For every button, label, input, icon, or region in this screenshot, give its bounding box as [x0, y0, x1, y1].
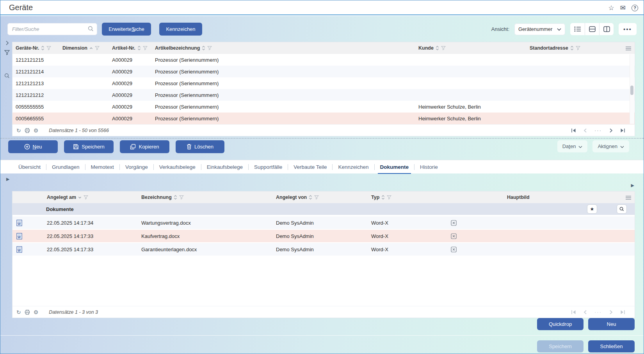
filter-icon[interactable] [179, 195, 184, 200]
filter-icon[interactable] [46, 46, 51, 50]
page-ellipsis[interactable]: ··· [594, 129, 602, 132]
close-button[interactable]: Schließen [588, 340, 635, 352]
device-row[interactable]: 1212121215A000029Prozessor (Seriennummer… [12, 54, 635, 66]
last-page-icon[interactable] [620, 310, 625, 315]
print-icon[interactable] [25, 309, 30, 315]
documents-group-row[interactable]: Dokumente ★ [12, 203, 635, 215]
help-icon[interactable]: ? [632, 5, 638, 11]
sort-icon[interactable] [89, 45, 93, 51]
vertical-split-view-icon[interactable] [599, 23, 614, 35]
filter-icon[interactable] [143, 46, 148, 50]
aktionen-menu-button[interactable]: Aktionen [592, 140, 629, 152]
tab-kennzeichen[interactable]: Kennzeichen [333, 160, 374, 174]
tab-dokumente[interactable]: Dokumente [375, 160, 415, 174]
column-header-kunde[interactable]: Kunde [415, 42, 527, 54]
column-header-dimension[interactable]: Dimension [59, 42, 109, 54]
sort-icon[interactable] [174, 195, 177, 200]
sort-icon[interactable] [436, 45, 439, 51]
document-row[interactable]: W22.05.2025 14:17:34Wartungsvertrag.docx… [12, 216, 635, 230]
document-row[interactable]: W22.05.2025 14:17:33Garantieunterlagen.d… [12, 243, 635, 256]
scrollbar-track[interactable] [630, 54, 634, 124]
tab-historie[interactable]: Historie [415, 160, 443, 174]
refresh-icon[interactable]: ↻ [16, 309, 21, 315]
settings-gear-icon[interactable]: ⚙ [34, 309, 39, 315]
previous-page-icon[interactable] [583, 310, 588, 315]
next-page-icon[interactable] [608, 128, 614, 133]
daten-menu-button[interactable]: Daten [557, 140, 588, 152]
print-icon[interactable] [25, 128, 30, 133]
column-header-angelegt-von[interactable]: Angelegt von [273, 191, 368, 203]
delete-button[interactable]: Löschen [176, 140, 224, 153]
first-page-icon[interactable] [571, 128, 576, 133]
filter-icon[interactable] [314, 195, 319, 200]
column-header-artikel-nr[interactable]: Artikel-Nr. [109, 42, 152, 54]
more-options-button[interactable]: ••• [619, 23, 637, 35]
tab-verbaute-teile[interactable]: Verbaute Teile [288, 160, 332, 174]
refresh-icon[interactable]: ↻ [16, 128, 21, 133]
settings-gear-icon[interactable]: ⚙ [34, 128, 39, 133]
main-image-checkbox-icon[interactable] [451, 220, 457, 226]
sort-icon[interactable] [137, 45, 141, 51]
column-menu-icon[interactable] [625, 45, 632, 52]
page-ellipsis[interactable]: ··· [594, 311, 602, 313]
mail-envelope-icon[interactable]: ✉ [620, 5, 626, 11]
tab-memotext[interactable]: Memotext [85, 160, 119, 174]
tab-einkaufsbelege[interactable]: Einkaufsbelege [201, 160, 248, 174]
expand-right-icon[interactable]: ▶ [631, 183, 634, 188]
last-page-icon[interactable] [620, 128, 625, 133]
filter-rail-icon[interactable] [4, 50, 10, 57]
expand-panel-icon[interactable] [5, 40, 9, 47]
tab-verkaufsbelege[interactable]: Verkaufsbelege [154, 160, 201, 174]
next-page-icon[interactable] [608, 310, 614, 315]
view-select[interactable]: Gerätenummer [514, 23, 565, 35]
column-header-geräte-nr[interactable]: Geräte-Nr. [12, 42, 59, 54]
sort-icon[interactable] [309, 195, 312, 200]
filter-icon[interactable] [441, 46, 446, 50]
favorite-star-icon[interactable]: ☆ [608, 5, 614, 11]
column-header-standortadresse[interactable]: Standortadresse [527, 42, 635, 54]
device-row[interactable]: 0005665555A000029Prozessor (Seriennummer… [12, 113, 635, 124]
search-rail-icon[interactable] [4, 73, 10, 80]
quickdrop-button[interactable]: Quickdrop [537, 318, 584, 330]
expand-left-icon[interactable]: ▶ [6, 177, 9, 181]
main-image-checkbox-icon[interactable] [451, 233, 457, 239]
search-input[interactable] [7, 23, 97, 35]
filter-icon[interactable] [84, 195, 88, 200]
copy-button[interactable]: Kopieren [120, 140, 169, 153]
save-button[interactable]: Speichern [64, 140, 114, 153]
tab-vorgänge[interactable]: Vorgänge [120, 160, 153, 174]
device-row[interactable]: 1212121214A000029Prozessor (Seriennummer… [12, 66, 635, 77]
advanced-search-button[interactable]: Erweiterte Suche [102, 23, 151, 36]
kennzeichen-button[interactable]: Kennzeichen [159, 23, 202, 36]
device-row[interactable]: 1212121212A000029Prozessor (Seriennummer… [12, 89, 635, 101]
tab-supportfälle[interactable]: Supportfälle [249, 160, 288, 174]
column-menu-icon[interactable] [625, 195, 632, 202]
filter-icon[interactable] [95, 46, 100, 50]
sort-icon[interactable] [570, 45, 574, 51]
preview-search-button[interactable] [617, 204, 627, 214]
list-view-icon[interactable] [570, 23, 585, 35]
save-dialog-button[interactable]: Speichern [537, 340, 584, 352]
column-header-typ[interactable]: Typ [368, 191, 446, 203]
device-row[interactable]: 1212121213A000029Prozessor (Seriennummer… [12, 77, 635, 89]
column-header-bezeichnung[interactable]: Bezeichnung [138, 191, 273, 203]
column-header-artikelbezeichnung[interactable]: Artikelbezeichnung [152, 42, 415, 54]
sort-icon[interactable] [202, 45, 205, 51]
first-page-icon[interactable] [571, 310, 576, 315]
document-row[interactable]: W22.05.2025 14:17:33Kaufvertrag.docxDemo… [12, 230, 635, 243]
filter-icon[interactable] [576, 46, 580, 50]
main-image-star-button[interactable]: ★ [587, 204, 597, 214]
horizontal-split-view-icon[interactable] [585, 23, 599, 35]
new-document-button[interactable]: Neu [588, 318, 635, 330]
filter-icon[interactable] [387, 195, 391, 200]
filter-icon[interactable] [207, 46, 212, 50]
device-row[interactable]: 0055555555A000029Prozessor (Seriennummer… [12, 101, 635, 113]
sort-icon[interactable] [78, 195, 82, 200]
sort-icon[interactable] [381, 195, 385, 200]
column-header-angelegt-am[interactable]: Angelegt am [44, 191, 138, 203]
scrollbar-thumb[interactable] [630, 86, 633, 95]
tab-übersicht[interactable]: Übersicht [13, 160, 46, 174]
previous-page-icon[interactable] [583, 128, 588, 133]
new-button[interactable]: Neu [8, 140, 58, 153]
tab-grundlagen[interactable]: Grundlagen [46, 160, 85, 174]
